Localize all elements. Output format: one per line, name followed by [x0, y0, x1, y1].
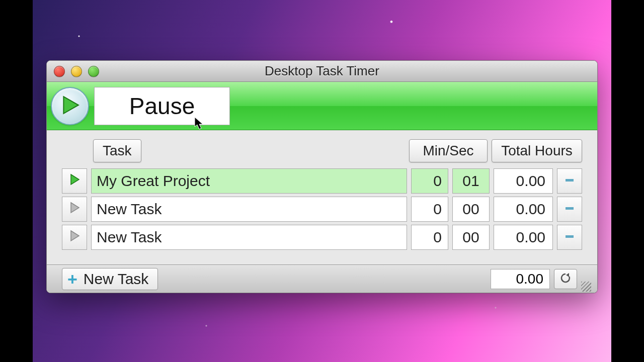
task-name-field[interactable]: New Task [91, 197, 407, 222]
zoom-window-button[interactable] [88, 66, 99, 77]
pause-button[interactable]: Pause [94, 87, 230, 125]
svg-marker-5 [71, 231, 79, 241]
svg-marker-7 [566, 273, 569, 277]
grand-total: 0.00 [491, 269, 550, 289]
task-row: New Task0000.00 [62, 225, 582, 250]
task-seconds: 00 [452, 197, 490, 222]
header-total-hours[interactable]: Total Hours [492, 139, 582, 162]
task-row: My Great Project0010.00 [62, 168, 582, 194]
chevron-right-icon [68, 201, 81, 218]
header-task[interactable]: Task [93, 139, 141, 162]
task-name-field[interactable]: My Great Project [91, 168, 407, 194]
minus-icon [564, 172, 576, 190]
resize-grip[interactable] [581, 282, 591, 292]
close-window-button[interactable] [54, 66, 65, 77]
traffic-lights [47, 66, 99, 77]
task-hours: 0.00 [494, 168, 553, 194]
pause-button-label: Pause [129, 93, 195, 120]
task-name-field[interactable]: New Task [91, 225, 407, 250]
app-window: Desktop Task Timer Pause Task Min/Sec To… [46, 60, 598, 293]
new-task-button[interactable]: + New Task [62, 268, 158, 290]
task-seconds: 00 [452, 225, 490, 250]
refresh-icon [559, 272, 572, 286]
svg-marker-1 [71, 174, 79, 185]
play-button[interactable] [51, 87, 89, 125]
svg-rect-4 [566, 207, 574, 210]
titlebar[interactable]: Desktop Task Timer [47, 61, 597, 82]
header-minsec[interactable]: Min/Sec [409, 139, 488, 162]
row-play-button[interactable] [62, 197, 87, 222]
svg-rect-6 [566, 235, 574, 238]
minus-icon [564, 201, 576, 218]
task-row: New Task0000.00 [62, 197, 582, 222]
main-toolbar: Pause [47, 82, 597, 130]
task-minutes: 0 [411, 197, 448, 222]
row-play-button[interactable] [62, 225, 87, 250]
plus-icon: + [67, 270, 77, 288]
delete-task-button[interactable] [557, 225, 582, 250]
column-headers: Task Min/Sec Total Hours [47, 130, 597, 166]
task-list: My Great Project0010.00New Task0000.00Ne… [47, 166, 597, 253]
minus-icon [564, 229, 576, 246]
task-hours: 0.00 [494, 197, 553, 222]
minimize-window-button[interactable] [71, 66, 82, 77]
window-title: Desktop Task Timer [47, 63, 597, 79]
svg-marker-0 [63, 97, 78, 114]
chevron-right-icon [68, 172, 81, 190]
delete-task-button[interactable] [557, 197, 582, 222]
svg-rect-2 [566, 179, 574, 182]
task-minutes: 0 [411, 225, 448, 250]
task-hours: 0.00 [494, 225, 553, 250]
refresh-button[interactable] [554, 269, 577, 289]
row-play-button[interactable] [62, 168, 87, 194]
delete-task-button[interactable] [557, 168, 582, 194]
footer: + New Task 0.00 [47, 264, 597, 293]
play-icon [59, 95, 80, 118]
task-minutes: 0 [411, 168, 448, 194]
svg-marker-3 [71, 203, 79, 213]
chevron-right-icon [68, 229, 81, 246]
task-seconds: 01 [452, 168, 490, 194]
new-task-label: New Task [84, 270, 149, 288]
